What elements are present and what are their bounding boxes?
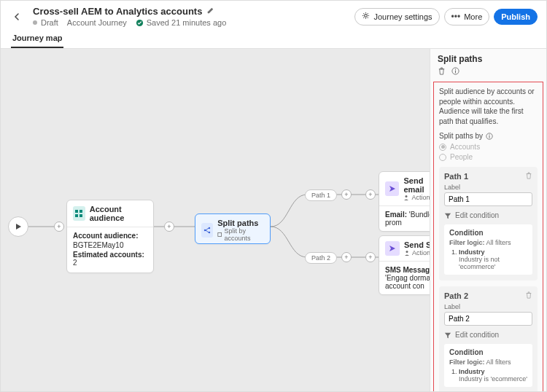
audience-title: Account audience	[90, 205, 147, 222]
filter-icon	[444, 332, 451, 339]
edit-condition-2[interactable]: Edit condition	[444, 331, 532, 339]
svg-point-16	[489, 134, 489, 135]
delete-node-icon[interactable]	[438, 67, 446, 77]
action-icon	[385, 181, 399, 196]
add-node-path1-a[interactable]: +	[341, 189, 352, 200]
path-card-2: Path 2 Label Edit condition Condition Fi…	[439, 286, 538, 391]
path1-title: Path 1	[444, 172, 468, 181]
page-title: Cross-sell AEM to Analytics accounts	[33, 6, 202, 17]
settings-label: Journey settings	[373, 12, 432, 21]
svg-rect-9	[218, 233, 222, 237]
path2-chip[interactable]: Path 2	[305, 252, 337, 264]
side-panel: Split paths Split audience by accounts o…	[430, 49, 546, 391]
path1-chip[interactable]: Path 1	[305, 189, 337, 201]
split-by-label: Split paths by	[439, 132, 538, 140]
svg-point-10	[406, 195, 408, 197]
gear-icon	[362, 12, 370, 22]
more-icon: •••	[451, 12, 461, 22]
building-icon	[217, 232, 222, 238]
edit-condition-1[interactable]: Edit condition	[444, 211, 532, 219]
account-audience-node[interactable]: Account audience Account audience: BGTE2…	[66, 200, 154, 273]
path2-title: Path 2	[444, 291, 468, 300]
info-icon[interactable]	[451, 67, 459, 77]
info-icon[interactable]	[486, 133, 493, 140]
condition-box-2: Condition Filter logic: All filters Indu…	[444, 344, 532, 387]
filter-icon	[444, 212, 451, 219]
path2-label-input[interactable]	[444, 312, 532, 326]
send-sms-node[interactable]: Send SMS Action on p SMS Message: 'Engag…	[379, 235, 430, 295]
svg-point-8	[209, 232, 210, 233]
add-node-1[interactable]: +	[54, 222, 64, 232]
svg-rect-4	[75, 214, 78, 217]
publish-button[interactable]: Publish	[494, 9, 538, 25]
journey-type: Account Journey	[67, 18, 127, 27]
split-icon	[201, 223, 213, 238]
svg-rect-5	[79, 214, 82, 217]
email-title: Send email	[403, 176, 430, 194]
panel-desc: Split audience by accounts or people wit…	[439, 87, 538, 126]
status-dot	[33, 20, 37, 25]
more-label: More	[464, 12, 482, 21]
svg-rect-2	[75, 210, 78, 213]
svg-rect-14	[455, 71, 456, 74]
split-paths-node[interactable]: Split paths Split by accounts	[195, 213, 271, 244]
more-button[interactable]: ••• More	[444, 8, 490, 26]
svg-rect-17	[489, 136, 490, 138]
start-node[interactable]	[8, 216, 28, 237]
tab-journey-map[interactable]: Journey map	[11, 29, 63, 48]
svg-point-11	[406, 251, 408, 253]
svg-point-7	[209, 227, 210, 229]
split-title: Split paths	[217, 219, 264, 227]
svg-rect-3	[79, 210, 82, 213]
sms-title: Send SMS	[404, 240, 430, 249]
add-node-2[interactable]: +	[164, 222, 174, 232]
saved-text: Saved 21 minutes ago	[147, 18, 226, 27]
svg-point-1	[365, 14, 368, 17]
back-button[interactable]	[9, 9, 26, 25]
title-block: Cross-sell AEM to Analytics accounts Dra…	[33, 6, 347, 27]
radio-people[interactable]: People	[439, 153, 538, 161]
add-node-path2-b[interactable]: +	[365, 252, 376, 262]
journey-settings-button[interactable]: Journey settings	[354, 8, 439, 26]
publish-label: Publish	[501, 12, 530, 21]
radio-accounts[interactable]: Accounts	[439, 143, 538, 151]
panel-title: Split paths	[438, 54, 539, 64]
svg-point-13	[455, 69, 456, 70]
path1-label-input[interactable]	[444, 192, 532, 206]
delete-path2-icon[interactable]	[525, 291, 532, 300]
delete-path1-icon[interactable]	[525, 172, 532, 181]
action-icon	[385, 241, 400, 256]
audience-icon	[73, 206, 85, 221]
send-email-node[interactable]: Send email Action on p Email: 'Bundle pr…	[379, 171, 430, 232]
status-text: Draft	[41, 18, 58, 27]
path-card-1: Path 1 Label Edit condition Condition Fi…	[439, 167, 538, 281]
edit-title-icon[interactable]	[206, 7, 214, 17]
person-icon	[403, 195, 409, 200]
saved-check-icon	[136, 19, 144, 27]
condition-box-1: Condition Filter logic: All filters Indu…	[444, 224, 532, 275]
svg-point-6	[204, 230, 206, 231]
journey-canvas[interactable]: + Account audience Account audience: BGT…	[1, 49, 430, 391]
add-node-path2-a[interactable]: +	[341, 252, 352, 262]
add-node-path1-b[interactable]: +	[365, 189, 376, 200]
person-icon	[404, 250, 410, 256]
